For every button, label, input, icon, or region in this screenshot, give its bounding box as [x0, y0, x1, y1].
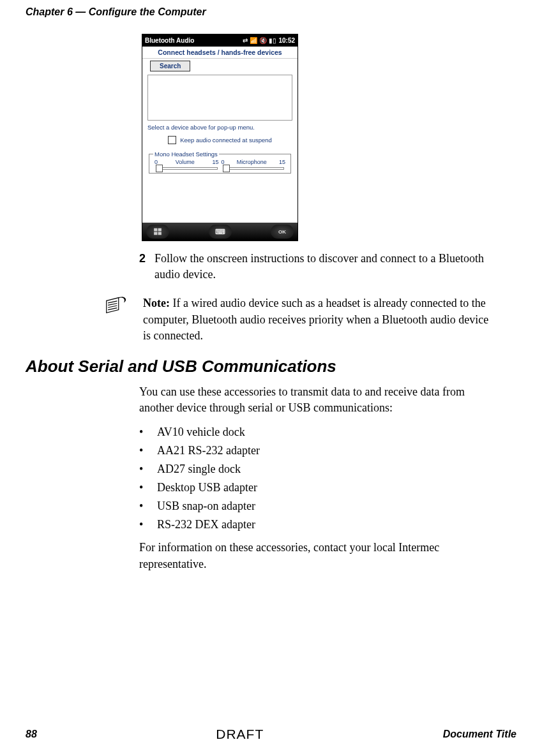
svg-line-5 [108, 304, 117, 306]
list-item: •RS-232 DEX adapter [139, 516, 497, 533]
bullet-icon: • [139, 479, 146, 496]
mic-max: 15 [279, 159, 285, 165]
mono-legend: Mono Headset Settings [153, 151, 219, 158]
section-heading: About Serial and USB Communications [26, 357, 516, 376]
svg-rect-2 [154, 232, 157, 235]
volume-label: Volume [176, 159, 195, 165]
note-text: Note: If a wired audio device such as a … [143, 295, 497, 344]
list-item: •AV10 vehicle dock [139, 424, 497, 441]
note-icon [103, 295, 128, 318]
step-number: 2 [139, 251, 154, 283]
draft-watermark: DRAFT [216, 727, 264, 742]
page-footer: 88 DRAFT Document Title [26, 727, 516, 742]
bottom-soft-keys: ⌨ OK [142, 223, 297, 241]
phone-blank-area [142, 176, 297, 223]
search-row: Search [142, 59, 297, 73]
list-item: •AA21 RS-232 adapter [139, 442, 497, 459]
note-prefix: Note: [143, 297, 170, 309]
clock-text: 10:52 [278, 37, 295, 44]
device-list[interactable] [147, 75, 292, 121]
section-outro: For information on these accessories, co… [26, 540, 516, 572]
mono-headset-settings: Mono Headset Settings 0 Volume 15 0 Mi [149, 151, 291, 174]
search-button[interactable]: Search [150, 61, 190, 71]
status-app-title: Bluetooth Audio [145, 37, 243, 44]
battery-icon: ▮▯ [269, 37, 276, 44]
keep-audio-label: Keep audio connected at suspend [180, 137, 272, 144]
select-device-hint: Select a device above for pop-up menu. [142, 122, 297, 134]
windows-start-button[interactable] [146, 225, 169, 239]
list-item: •USB snap-on adapter [139, 498, 497, 515]
svg-line-6 [108, 306, 117, 308]
document-title: Document Title [443, 729, 516, 740]
svg-line-7 [108, 308, 117, 310]
step-2: 2 Follow the onscreen instructions to di… [26, 251, 516, 283]
svg-line-4 [108, 301, 117, 303]
list-item-text: USB snap-on adapter [157, 498, 255, 515]
bullet-icon: • [139, 461, 146, 478]
note-block: Note: If a wired audio device such as a … [26, 295, 516, 344]
keep-audio-checkbox[interactable] [168, 136, 176, 144]
list-item-text: AA21 RS-232 adapter [157, 442, 260, 459]
svg-rect-1 [158, 228, 162, 232]
connect-headsets-label: Connect headsets / hands-free devices [142, 47, 297, 59]
bullet-icon: • [139, 516, 146, 533]
bullet-icon: • [139, 424, 146, 441]
accessory-list: •AV10 vehicle dock •AA21 RS-232 adapter … [26, 424, 516, 533]
microphone-slider-group: 0 Microphone 15 [220, 159, 287, 170]
mic-label: Microphone [237, 159, 267, 165]
status-bar: Bluetooth Audio ⇄ 📶 🔇 ▮▯ 10:52 [142, 34, 297, 47]
list-item-text: Desktop USB adapter [157, 479, 257, 496]
screenshot-figure: Bluetooth Audio ⇄ 📶 🔇 ▮▯ 10:52 Connect h… [26, 34, 516, 241]
svg-rect-3 [158, 232, 162, 235]
note-body: If a wired audio device such as a headse… [143, 297, 488, 341]
keyboard-button[interactable]: ⌨ [209, 225, 232, 239]
volume-slider-group: 0 Volume 15 [153, 159, 220, 170]
list-item-text: AV10 vehicle dock [157, 424, 245, 441]
svg-rect-0 [154, 228, 157, 232]
volume-slider-thumb[interactable] [156, 165, 163, 172]
list-item-text: AD27 single dock [157, 461, 241, 478]
page-number: 88 [26, 729, 37, 740]
microphone-slider-thumb[interactable] [223, 165, 230, 172]
connectivity-icon: ⇄ [243, 37, 248, 44]
bullet-icon: • [139, 498, 146, 515]
volume-max: 15 [212, 159, 218, 165]
phone-screen: Bluetooth Audio ⇄ 📶 🔇 ▮▯ 10:52 Connect h… [142, 34, 298, 241]
status-icons: ⇄ 📶 🔇 ▮▯ 10:52 [243, 37, 295, 44]
volume-slider[interactable] [156, 167, 218, 170]
list-item-text: RS-232 DEX adapter [157, 516, 255, 533]
bullet-icon: • [139, 442, 146, 459]
ok-button[interactable]: OK [271, 225, 294, 239]
chapter-header: Chapter 6 — Configure the Computer [26, 0, 516, 18]
microphone-slider[interactable] [223, 167, 285, 170]
volume-icon: 🔇 [259, 37, 267, 44]
keep-audio-row: Keep audio connected at suspend [142, 136, 297, 144]
signal-icon: 📶 [250, 37, 257, 44]
section-intro: You can use these accessories to transmi… [26, 384, 516, 416]
list-item: •Desktop USB adapter [139, 479, 497, 496]
step-text: Follow the onscreen instructions to disc… [154, 251, 497, 283]
list-item: •AD27 single dock [139, 461, 497, 478]
